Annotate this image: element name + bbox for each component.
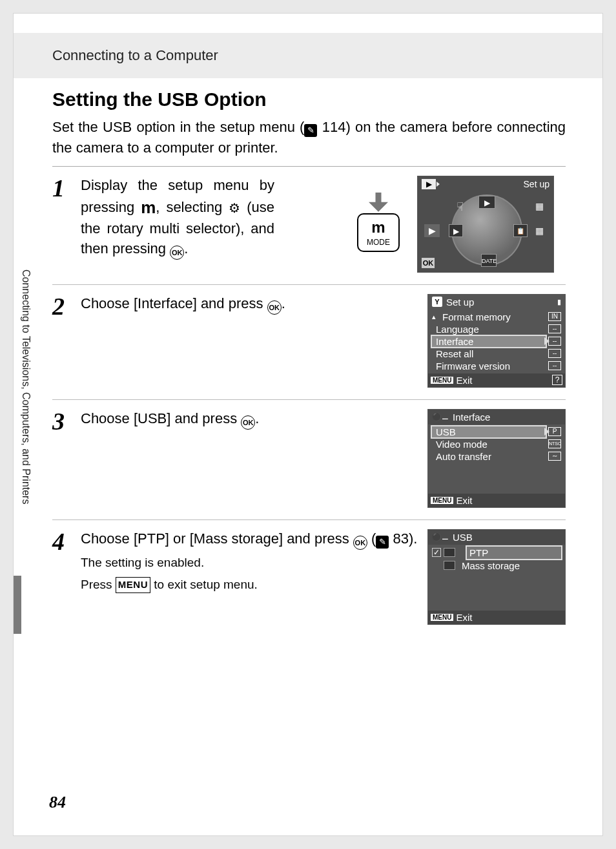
wrench-icon: Y bbox=[432, 297, 442, 307]
menu-button-icon: MENU bbox=[431, 377, 453, 384]
step-4-pageref: 83 bbox=[393, 530, 408, 547]
lcd-interface-header: ⚫⚊ Interface bbox=[428, 410, 565, 424]
list-item: ✓ PTP bbox=[431, 546, 562, 560]
step-4-sub1: The setting is enabled. bbox=[81, 554, 418, 572]
list-item-indicator: -- bbox=[548, 349, 561, 358]
hand-icon: ☟ bbox=[457, 200, 464, 214]
step-1-graphics: m MODE ▶ Set up ☟ ▶ DATE ▶ 📋 bbox=[346, 176, 566, 273]
usb-header-icon: ⚫⚊ bbox=[432, 532, 449, 541]
menu-button-icon: MENU bbox=[431, 497, 453, 504]
usb-m-icon bbox=[444, 561, 455, 570]
lcd-usb-title: USB bbox=[453, 532, 473, 543]
dial-lcd-screen: ▶ Set up ☟ ▶ DATE ▶ 📋 ▶ ▦ ▦ OK bbox=[417, 176, 554, 273]
step-2-text: Choose [Interface] and press OK. bbox=[81, 294, 418, 388]
mode-button-box: m MODE bbox=[357, 213, 400, 252]
step-4-text-c: ). bbox=[409, 530, 417, 547]
step-2-text-a: Choose [Interface] and press bbox=[81, 295, 267, 311]
step-1-number: 1 bbox=[52, 176, 72, 200]
page-inner: Connecting to a Computer Connecting to T… bbox=[13, 13, 603, 836]
step-2: 2 Choose [Interface] and press OK. Y Set… bbox=[52, 285, 566, 400]
side-tab-text: Connecting to Televisions, Computers, an… bbox=[14, 266, 32, 504]
content: Setting the USB Option Set the USB optio… bbox=[52, 85, 566, 636]
lcd-usb-menu: ⚫⚊ USB ✓ PTP bbox=[427, 529, 566, 625]
step-3-text: Choose [USB] and press OK. bbox=[81, 409, 418, 508]
footer-exit-label: Exit bbox=[456, 375, 472, 386]
list-item: ▴Format memoryIN bbox=[431, 311, 562, 323]
list-item: USBP bbox=[431, 426, 562, 438]
usb-p-icon bbox=[444, 548, 455, 557]
step-3-text-b: . bbox=[255, 410, 259, 426]
step-4-text-col: Choose [PTP] or [Mass storage] and press… bbox=[81, 529, 418, 625]
lcd-setup-menu: Y Set up ▮ ▴Format memoryIN Language-- I… bbox=[427, 294, 566, 388]
mode-button-diagram: m MODE bbox=[346, 193, 411, 252]
list-item-label: Reset all bbox=[432, 348, 546, 359]
dial-quad-top: ▶ bbox=[478, 196, 495, 209]
step-4-sub2b: to exit setup menu. bbox=[150, 578, 258, 591]
list-item-label-selected: USB bbox=[432, 426, 546, 437]
list-item-label-selected: PTP bbox=[467, 547, 561, 559]
lcd-usb-footer: MENU Exit bbox=[428, 611, 565, 624]
lcd-setup-header: Y Set up ▮ bbox=[428, 295, 565, 309]
side-tab-marker bbox=[14, 576, 21, 634]
checkmark-icon: ✓ bbox=[432, 548, 441, 557]
step-4-body: Choose [PTP] or [Mass storage] and press… bbox=[81, 529, 566, 625]
step-3-body: Choose [USB] and press OK. ⚫⚊ Interface … bbox=[81, 409, 566, 508]
list-item: Language-- bbox=[431, 323, 562, 335]
lcd-setup-list: ▴Format memoryIN Language-- Interface-- … bbox=[428, 309, 565, 373]
list-item-indicator: -- bbox=[548, 337, 561, 346]
lcd-interface-menu: ⚫⚊ Interface USBP Video modeNTSC Auto tr… bbox=[427, 409, 566, 508]
dial-top-right-label: Set up bbox=[524, 179, 549, 189]
dial-quad-left: ▶ bbox=[449, 224, 463, 237]
list-item-label: Mass storage bbox=[458, 560, 561, 571]
lcd-usb-list: ✓ PTP Mass storage bbox=[428, 545, 565, 611]
lcd-usb-header: ⚫⚊ USB bbox=[428, 530, 565, 545]
list-item-indicator: IN bbox=[548, 312, 561, 321]
intro-part1: Set the USB option in the setup menu ( bbox=[52, 119, 304, 135]
side-tab: Connecting to Televisions, Computers, an… bbox=[14, 266, 39, 569]
list-item-label: Language bbox=[432, 324, 546, 335]
ok-icon: OK bbox=[170, 246, 184, 260]
dial-side-br-icon: ▦ bbox=[531, 224, 547, 237]
footer-exit-label: Exit bbox=[456, 612, 472, 623]
page-number: 84 bbox=[49, 793, 66, 812]
step-4-graphic-col: ⚫⚊ USB ✓ PTP bbox=[425, 529, 566, 625]
menu-text-icon: MENU bbox=[116, 577, 150, 593]
menu-button-icon: MENU bbox=[431, 614, 453, 621]
lcd-interface-title: Interface bbox=[453, 412, 490, 423]
dial-top-left-icon: ▶ bbox=[422, 179, 436, 189]
down-arrow-icon bbox=[369, 193, 388, 212]
page-ref-icon: ✎ bbox=[376, 536, 389, 549]
page-background: Connecting to a Computer Connecting to T… bbox=[0, 0, 616, 849]
up-caret-icon: ▴ bbox=[432, 313, 436, 321]
step-2-number: 2 bbox=[52, 294, 72, 319]
interface-header-icon: ⚫⚊ bbox=[432, 412, 449, 421]
list-item-indicator: -- bbox=[548, 361, 561, 370]
step-3-graphic-col: ⚫⚊ Interface USBP Video modeNTSC Auto tr… bbox=[425, 409, 566, 508]
step-3-number: 3 bbox=[52, 409, 72, 434]
mode-button-label: MODE bbox=[367, 238, 390, 247]
list-item-label: Format memory bbox=[438, 311, 546, 322]
dial-side-tr-icon: ▦ bbox=[531, 200, 547, 213]
step-3-text-a: Choose [USB] and press bbox=[81, 410, 241, 426]
step-3: 3 Choose [USB] and press OK. ⚫⚊ Interfac… bbox=[52, 400, 566, 520]
footer-exit-label: Exit bbox=[456, 495, 472, 506]
list-item-label-selected: Interface bbox=[432, 336, 546, 347]
lcd-setup-title: Set up bbox=[446, 297, 474, 308]
wrench-icon: ⚙ bbox=[229, 199, 240, 217]
list-item-label: Auto transfer bbox=[432, 451, 546, 462]
lcd-interface-footer: MENU Exit bbox=[428, 494, 565, 507]
step-4-sub2a: Press bbox=[81, 578, 116, 591]
list-item-indicator: P bbox=[548, 427, 561, 436]
breadcrumb: Connecting to a Computer bbox=[52, 47, 218, 64]
step-1-text-d: . bbox=[184, 240, 188, 257]
dial-side-left-icon: ▶ bbox=[424, 224, 440, 237]
list-item: Firmware version-- bbox=[431, 360, 562, 372]
step-4: 4 Choose [PTP] or [Mass storage] and pre… bbox=[52, 520, 566, 636]
step-4-number: 4 bbox=[52, 529, 72, 554]
ok-icon: OK bbox=[241, 415, 255, 430]
list-item: Mass storage bbox=[431, 560, 562, 572]
step-4-text: Choose [PTP] or [Mass storage] and press… bbox=[81, 529, 418, 550]
list-item: Auto transfer∼ bbox=[431, 450, 562, 463]
intro-pageref: 114 bbox=[322, 119, 346, 135]
list-item-indicator: NTSC bbox=[548, 439, 561, 448]
